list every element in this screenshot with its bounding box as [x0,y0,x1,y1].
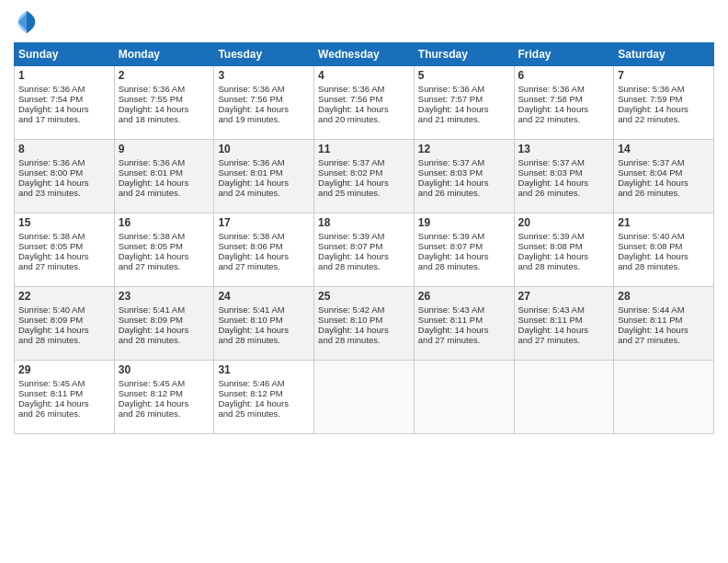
day-number: 3 [218,69,310,82]
calendar-cell [514,361,614,434]
sunset-label: Sunset: 8:03 PM [518,167,583,178]
sunrise-label: Sunrise: 5:43 AM [418,304,484,315]
sunset-label: Sunset: 8:09 PM [119,315,183,325]
daylight-label: Daylight: 14 hours [518,104,589,114]
daylight-minutes: and 25 minutes. [318,188,381,198]
calendar-cell: 19Sunrise: 5:39 AMSunset: 8:07 PMDayligh… [414,213,514,287]
sunset-label: Sunset: 7:59 PM [618,94,682,104]
sunrise-label: Sunrise: 5:40 AM [18,304,85,315]
daylight-label: Daylight: 14 hours [18,251,89,261]
sunrise-label: Sunrise: 5:37 AM [618,157,684,167]
day-number: 16 [119,216,210,229]
daylight-minutes: and 20 minutes. [318,114,381,124]
sunrise-label: Sunrise: 5:38 AM [119,231,185,241]
calendar-header-friday: Friday [514,43,614,66]
day-number: 14 [618,143,710,155]
sunset-label: Sunset: 8:06 PM [218,241,282,251]
daylight-minutes: and 22 minutes. [618,114,680,124]
day-number: 6 [518,69,610,82]
calendar-cell: 25Sunrise: 5:42 AMSunset: 8:10 PMDayligh… [314,287,415,361]
day-number: 28 [618,290,710,303]
calendar-header-wednesday: Wednesday [314,43,415,66]
day-number: 22 [18,290,110,303]
daylight-minutes: and 28 minutes. [318,335,381,345]
calendar-cell: 26Sunrise: 5:43 AMSunset: 8:11 PMDayligh… [414,287,514,361]
sunset-label: Sunset: 8:01 PM [218,167,282,178]
calendar-cell: 17Sunrise: 5:38 AMSunset: 8:06 PMDayligh… [214,213,314,287]
sunrise-label: Sunrise: 5:40 AM [618,231,684,241]
daylight-minutes: and 28 minutes. [218,335,280,345]
sunrise-label: Sunrise: 5:36 AM [318,84,384,94]
daylight-label: Daylight: 14 hours [218,398,289,408]
sunset-label: Sunset: 7:58 PM [518,94,583,104]
daylight-minutes: and 26 minutes. [18,408,81,419]
calendar-header-thursday: Thursday [414,43,514,66]
sunrise-label: Sunrise: 5:42 AM [318,304,384,315]
sunset-label: Sunset: 8:00 PM [18,167,83,178]
daylight-label: Daylight: 14 hours [18,178,89,188]
sunrise-label: Sunrise: 5:36 AM [418,84,484,94]
sunset-label: Sunset: 7:56 PM [218,94,282,104]
page: SundayMondayTuesdayWednesdayThursdayFrid… [0,0,728,563]
calendar: SundayMondayTuesdayWednesdayThursdayFrid… [14,42,714,434]
day-number: 19 [418,216,510,229]
daylight-label: Daylight: 14 hours [618,325,688,335]
calendar-cell: 28Sunrise: 5:44 AMSunset: 8:11 PMDayligh… [614,287,714,361]
calendar-week-1: 1Sunrise: 5:36 AMSunset: 7:54 PMDaylight… [15,66,714,140]
sunrise-label: Sunrise: 5:36 AM [119,157,185,167]
calendar-cell: 27Sunrise: 5:43 AMSunset: 8:11 PMDayligh… [514,287,614,361]
sunrise-label: Sunrise: 5:36 AM [18,84,85,94]
sunrise-label: Sunrise: 5:37 AM [318,157,384,167]
daylight-label: Daylight: 14 hours [418,104,489,114]
calendar-header-monday: Monday [114,43,214,66]
daylight-label: Daylight: 14 hours [218,178,289,188]
daylight-minutes: and 27 minutes. [18,261,81,271]
day-number: 12 [418,143,510,155]
daylight-label: Daylight: 14 hours [318,251,389,261]
daylight-label: Daylight: 14 hours [518,178,589,188]
day-number: 8 [18,143,110,155]
daylight-label: Daylight: 14 hours [318,178,389,188]
sunrise-label: Sunrise: 5:44 AM [618,304,684,315]
day-number: 27 [518,290,610,303]
sunset-label: Sunset: 8:11 PM [518,315,583,325]
calendar-cell [414,361,514,434]
calendar-header-saturday: Saturday [614,43,714,66]
sunset-label: Sunset: 8:11 PM [618,315,682,325]
calendar-cell: 31Sunrise: 5:46 AMSunset: 8:12 PMDayligh… [214,361,314,434]
calendar-cell: 13Sunrise: 5:37 AMSunset: 8:03 PMDayligh… [514,140,614,213]
calendar-cell: 23Sunrise: 5:41 AMSunset: 8:09 PMDayligh… [114,287,214,361]
day-number: 11 [318,143,410,155]
day-number: 4 [318,69,410,82]
day-number: 20 [518,216,610,229]
daylight-minutes: and 28 minutes. [318,261,381,271]
sunrise-label: Sunrise: 5:37 AM [518,157,585,167]
day-number: 17 [218,216,310,229]
sunset-label: Sunset: 7:54 PM [18,94,83,104]
calendar-cell: 8Sunrise: 5:36 AMSunset: 8:00 PMDaylight… [15,140,115,213]
calendar-cell: 21Sunrise: 5:40 AMSunset: 8:08 PMDayligh… [614,213,714,287]
header-area [14,9,714,35]
day-number: 5 [418,69,510,82]
calendar-week-5: 29Sunrise: 5:45 AMSunset: 8:11 PMDayligh… [15,361,714,434]
sunrise-label: Sunrise: 5:38 AM [218,231,284,241]
sunrise-label: Sunrise: 5:41 AM [119,304,185,315]
day-number: 24 [218,290,310,303]
daylight-minutes: and 23 minutes. [18,188,81,198]
daylight-label: Daylight: 14 hours [18,398,89,408]
calendar-cell [314,361,415,434]
daylight-label: Daylight: 14 hours [418,178,489,188]
sunset-label: Sunset: 7:56 PM [318,94,382,104]
sunrise-label: Sunrise: 5:37 AM [418,157,484,167]
daylight-label: Daylight: 14 hours [119,104,189,114]
sunrise-label: Sunrise: 5:46 AM [218,378,284,388]
logo-icon [14,9,40,35]
day-number: 1 [18,69,110,82]
calendar-cell: 29Sunrise: 5:45 AMSunset: 8:11 PMDayligh… [15,361,115,434]
calendar-cell: 16Sunrise: 5:38 AMSunset: 8:05 PMDayligh… [114,213,214,287]
sunrise-label: Sunrise: 5:36 AM [119,84,185,94]
sunrise-label: Sunrise: 5:43 AM [518,304,585,315]
calendar-cell: 4Sunrise: 5:36 AMSunset: 7:56 PMDaylight… [314,66,415,140]
sunrise-label: Sunrise: 5:45 AM [119,378,185,388]
sunset-label: Sunset: 8:08 PM [618,241,682,251]
